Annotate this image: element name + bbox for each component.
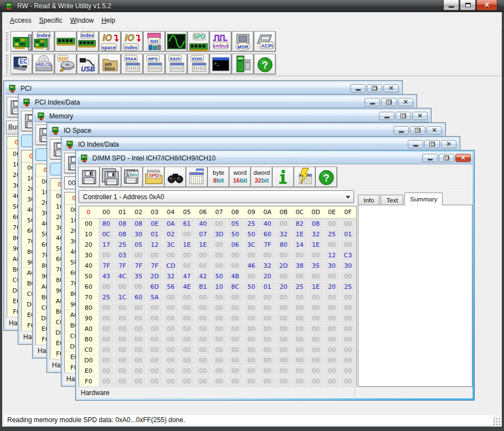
hex-cell[interactable]: 00: [243, 355, 259, 366]
hex-cell[interactable]: 00: [276, 219, 292, 229]
hex-cell[interactable]: 00: [115, 303, 131, 313]
hex-cell[interactable]: 00: [276, 376, 292, 387]
hex-cell[interactable]: 00: [324, 334, 340, 345]
hex-cell[interactable]: 00: [227, 250, 243, 261]
hex-cell[interactable]: 00: [227, 292, 243, 303]
toolbar-button-io-index[interactable]: IO index: [121, 31, 143, 51]
hex-cell[interactable]: 00: [211, 240, 227, 250]
hex-cell[interactable]: 12: [324, 250, 340, 261]
hex-cell[interactable]: B1: [195, 282, 211, 292]
hex-cell[interactable]: 5A: [147, 292, 163, 303]
hex-cell[interactable]: 00: [195, 261, 211, 271]
hex-cell[interactable]: 1C: [115, 292, 131, 303]
hex-cell[interactable]: 00: [324, 313, 340, 324]
hex-cell[interactable]: C3: [340, 250, 356, 261]
hex-cell[interactable]: 02: [163, 229, 179, 240]
hex-cell[interactable]: 00: [340, 313, 356, 324]
child-close-button[interactable]: ✕: [398, 98, 413, 106]
hex-cell[interactable]: 00: [147, 334, 163, 345]
toolbar-button-word-view[interactable]: word 16bit: [229, 167, 251, 187]
hex-cell[interactable]: 00: [324, 303, 340, 313]
hex-cell[interactable]: 00: [340, 345, 356, 355]
hex-cell[interactable]: 00: [292, 334, 308, 345]
hex-cell[interactable]: 05: [227, 219, 243, 229]
hex-cell[interactable]: 00: [227, 324, 243, 334]
hex-cell[interactable]: 00: [259, 355, 276, 366]
hex-cell[interactable]: 00: [308, 324, 324, 334]
toolbar-button-super-io[interactable]: SIO: [143, 31, 165, 51]
hex-cell[interactable]: 00: [179, 345, 195, 355]
maximize-button[interactable]: [460, 0, 476, 11]
hex-cell[interactable]: 00: [340, 324, 356, 334]
hex-cell[interactable]: 56: [163, 282, 179, 292]
hex-cell[interactable]: 00: [324, 345, 340, 355]
controller-dropdown[interactable]: Controller 1 - Address 0xA0: [79, 190, 354, 203]
hex-cell[interactable]: 12: [147, 240, 163, 250]
hex-cell[interactable]: 00: [308, 250, 324, 261]
hex-cell[interactable]: 00: [131, 303, 147, 313]
hex-cell[interactable]: 7F: [259, 240, 276, 250]
hex-cell[interactable]: 00: [259, 376, 276, 387]
hex-cell[interactable]: 00: [227, 334, 243, 345]
hex-cell[interactable]: 60: [131, 292, 147, 303]
hex-cell[interactable]: 00: [292, 250, 308, 261]
hex-cell[interactable]: 35: [131, 271, 147, 282]
hex-cell[interactable]: 01: [340, 229, 356, 240]
hex-cell[interactable]: 00: [227, 376, 243, 387]
hex-cell[interactable]: 00: [163, 345, 179, 355]
hex-cell[interactable]: 00: [308, 345, 324, 355]
toolbar-button-help[interactable]: ?: [315, 167, 337, 187]
hex-cell[interactable]: 00: [259, 303, 276, 313]
resize-grip[interactable]: [493, 418, 501, 425]
child-maximize-button[interactable]: [396, 112, 411, 120]
hex-cell[interactable]: 00: [195, 345, 211, 355]
hex-cell[interactable]: 00: [115, 282, 131, 292]
hex-cell[interactable]: 00: [211, 334, 227, 345]
hex-cell[interactable]: 00: [147, 366, 163, 376]
hex-cell[interactable]: 32: [163, 271, 179, 282]
toolbar-button-clock-generator[interactable]: [165, 31, 187, 51]
hex-cell[interactable]: 43: [98, 271, 115, 282]
hex-cell[interactable]: 25: [98, 292, 115, 303]
hex-cell[interactable]: 00: [243, 313, 259, 324]
hex-cell[interactable]: 00: [324, 366, 340, 376]
hex-cell[interactable]: 00: [131, 345, 147, 355]
hex-cell[interactable]: 00: [98, 355, 115, 366]
hex-cell[interactable]: 35: [308, 261, 324, 271]
hex-cell[interactable]: 3D: [211, 229, 227, 240]
hex-cell[interactable]: 00: [227, 261, 243, 271]
hex-cell[interactable]: 00: [243, 376, 259, 387]
child-minimize-button[interactable]: [365, 98, 380, 106]
hex-cell[interactable]: 60: [259, 229, 276, 240]
toolbar-button-pci-index[interactable]: index: [33, 31, 54, 51]
hex-cell[interactable]: 00: [243, 334, 259, 345]
hex-cell[interactable]: 40: [259, 219, 276, 229]
hex-cell[interactable]: 00: [211, 303, 227, 313]
hex-cell[interactable]: 30: [340, 261, 356, 271]
hex-cell[interactable]: 00: [195, 366, 211, 376]
hex-cell[interactable]: 00: [292, 292, 308, 303]
hex-cell[interactable]: 47: [179, 271, 195, 282]
hex-cell[interactable]: 00: [324, 271, 340, 282]
child-minimize-button[interactable]: [393, 126, 409, 134]
hex-cell[interactable]: 00: [292, 303, 308, 313]
hex-cell[interactable]: 00: [115, 324, 131, 334]
hex-cell[interactable]: 00: [340, 376, 356, 387]
hex-cell[interactable]: 00: [324, 376, 340, 387]
hex-cell[interactable]: 00: [276, 313, 292, 324]
toolbar-button-memory-index[interactable]: index: [77, 31, 98, 51]
hex-cell[interactable]: 00: [227, 313, 243, 324]
child-maximize-button[interactable]: [381, 98, 397, 106]
hex-cell[interactable]: 17: [98, 240, 115, 250]
hex-cell[interactable]: 00: [163, 334, 179, 345]
toolbar-button-dimm-spd[interactable]: SPD: [188, 31, 209, 51]
toolbar-button-byte-view[interactable]: byte 8bit: [207, 167, 229, 187]
hex-cell[interactable]: 32: [259, 261, 276, 271]
hex-cell[interactable]: 00: [131, 355, 147, 366]
hex-cell[interactable]: 00: [308, 366, 324, 376]
toolbar-button-table-view[interactable]: [186, 167, 207, 187]
hex-cell[interactable]: 00: [179, 355, 195, 366]
tab-text[interactable]: Text: [381, 195, 403, 205]
hex-cell[interactable]: 00: [98, 313, 115, 324]
hex-cell[interactable]: 00: [163, 355, 179, 366]
